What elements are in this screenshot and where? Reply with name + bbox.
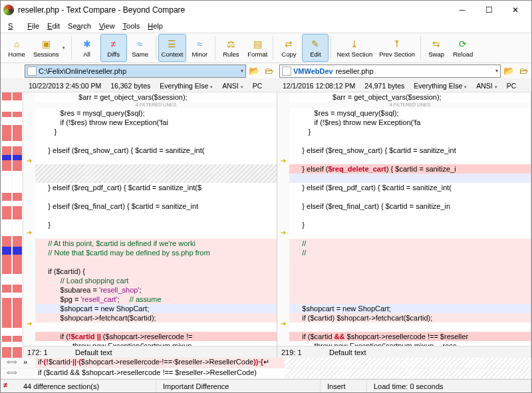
code-line[interactable]: [35, 192, 277, 201]
code-line[interactable]: [35, 174, 277, 183]
code-line[interactable]: throw new Exception('cartnum mixup: [35, 341, 277, 346]
code-line[interactable]: if ($cartid) {: [35, 267, 277, 276]
code-line[interactable]: $shopcart = new ShopCart;: [289, 304, 531, 313]
right-encoding[interactable]: Everything Else ▾: [414, 82, 467, 90]
code-line[interactable]: //: [289, 248, 531, 257]
code-line[interactable]: // At this point, $cartid is defined if …: [35, 239, 277, 248]
reload-button[interactable]: ⟳Reload: [450, 34, 476, 62]
code-line[interactable]: [289, 276, 531, 285]
menu-help[interactable]: Help: [144, 21, 166, 31]
code-line[interactable]: [35, 136, 277, 146]
left-browse-button[interactable]: 🗁: [262, 65, 275, 78]
code-line[interactable]: throw new Exception('cartnum mixup -- re…: [289, 341, 531, 346]
code-line[interactable]: // Note that $cartid may be defined by s…: [35, 248, 277, 257]
merge-line-1[interactable]: if·(!$cartid·||·($shopcart->resellercode…: [35, 358, 285, 368]
code-line[interactable]: [289, 295, 531, 304]
merge-line-2[interactable]: if ($cartid && $shopcart->resellercode !…: [35, 368, 285, 378]
code-line[interactable]: [289, 136, 531, 146]
code-line[interactable]: [35, 229, 277, 239]
right-code[interactable]: $arr = get_object_vars($session);4 FILTE…: [289, 92, 531, 346]
prev-section-button[interactable]: ⤒Prev Section: [376, 34, 418, 62]
format-button[interactable]: ▤Format: [244, 34, 271, 62]
code-line[interactable]: if ($cartid) $shopcart->fetchcart($carti…: [289, 313, 531, 323]
rules-button[interactable]: ⚖Rules: [217, 34, 244, 62]
left-open-button[interactable]: 📂: [247, 65, 261, 78]
left-encoding[interactable]: Everything Else ▾: [160, 82, 213, 90]
code-line[interactable]: [35, 211, 277, 220]
copy-button[interactable]: ⇄Copy: [275, 34, 302, 62]
swap-button[interactable]: ⇆Swap: [423, 34, 450, 62]
chevron-down-icon[interactable]: ▾: [241, 68, 243, 74]
code-line[interactable]: if (!$cartid || ($shopcart->resellercode…: [35, 332, 277, 341]
code-line[interactable]: } elseif ($req_final_cart) { $cartid = s…: [35, 201, 277, 211]
menu-tools[interactable]: Tools: [120, 21, 144, 31]
all-button[interactable]: ✱All: [74, 34, 100, 62]
left-code[interactable]: $arr = get_object_vars($session);4 FILTE…: [35, 92, 277, 346]
right-path-input[interactable]: VMWebDev reseller.php ▾: [279, 65, 501, 78]
thumbnail-rail[interactable]: [1, 92, 23, 358]
code-line[interactable]: } elseif ($req_show_cart) { $cartid = sa…: [35, 146, 277, 155]
code-line[interactable]: } elseif ($req_pdf_cart) { $cartid = san…: [35, 183, 277, 192]
code-line[interactable]: [289, 192, 531, 201]
code-line[interactable]: if (!$res) throw new Exception('fa: [289, 118, 531, 127]
code-line[interactable]: $res = mysql_query($sql);: [35, 108, 277, 118]
minimize-button[interactable]: ─: [449, 2, 475, 18]
code-line[interactable]: [35, 323, 277, 332]
left-charset[interactable]: ANSI ▾: [222, 82, 243, 90]
code-line[interactable]: [289, 229, 531, 239]
code-line[interactable]: [35, 257, 277, 267]
next-section-button[interactable]: ⤓Next Section: [333, 34, 376, 62]
context-button[interactable]: ☰Context: [158, 34, 187, 62]
code-line[interactable]: $subarea = 'resell_shop';: [35, 285, 277, 295]
code-line[interactable]: [35, 164, 277, 174]
home-button[interactable]: ⌂Home: [3, 34, 30, 62]
code-line[interactable]: [289, 285, 531, 295]
right-eol[interactable]: PC: [507, 82, 517, 90]
code-line[interactable]: } elseif ($req_show_cart) { $cartid = sa…: [289, 146, 531, 155]
code-line[interactable]: $shopcart = new ShopCart;: [35, 304, 277, 313]
left-eol[interactable]: PC: [253, 82, 263, 90]
right-charset[interactable]: ANSI ▾: [476, 82, 497, 90]
minor-button[interactable]: ≈Minor: [186, 34, 213, 62]
code-line[interactable]: [289, 211, 531, 220]
code-line[interactable]: [35, 155, 277, 164]
code-line[interactable]: [289, 257, 531, 267]
same-button[interactable]: ≈Same: [127, 34, 154, 62]
menu-search[interactable]: Search: [65, 21, 94, 31]
menu-view[interactable]: View: [96, 21, 118, 31]
code-line[interactable]: $arr = get_object_vars($session);: [289, 92, 531, 102]
code-line[interactable]: $res = mysql_query($sql);: [289, 108, 531, 118]
code-line[interactable]: $arr = get_object_vars($session);: [35, 92, 277, 102]
diffs-button[interactable]: ≠Diffs: [100, 34, 127, 62]
code-line[interactable]: [289, 174, 531, 183]
code-line[interactable]: // Load shopping cart: [35, 276, 277, 285]
code-line[interactable]: if ($cartid && $shopcart->resellercode !…: [289, 332, 531, 341]
code-line[interactable]: [289, 323, 531, 332]
menu-file[interactable]: File: [24, 21, 43, 31]
menu-edit[interactable]: Edit: [44, 21, 63, 31]
code-line[interactable]: $shopcart->fetchcart($cartid);: [35, 313, 277, 323]
sessions-dropdown[interactable]: ▾: [63, 45, 69, 51]
code-line[interactable]: if (!$res) throw new Exception('fai: [35, 118, 277, 127]
code-line[interactable]: //: [289, 239, 531, 248]
left-path-input[interactable]: C:\Felix\Online\reseller.php ▾: [25, 65, 246, 78]
sessions-button[interactable]: ▣Sessions: [30, 34, 63, 62]
right-browse-button[interactable]: 🗁: [517, 65, 530, 78]
main-toolbar: ⌂Home ▣Sessions ▾ ✱All ≠Diffs ≈Same ☰Con…: [1, 33, 531, 63]
chevron-down-icon[interactable]: ▾: [495, 68, 498, 74]
close-button[interactable]: ✕: [502, 2, 529, 18]
right-open-button[interactable]: 📂: [502, 65, 515, 78]
code-line[interactable]: $pg = 'resell_cart'; // assume: [35, 295, 277, 304]
code-line[interactable]: } elseif ($req_delete_cart) { $cartid = …: [289, 164, 531, 174]
edit-button[interactable]: ✎Edit: [302, 34, 329, 62]
code-line[interactable]: [289, 155, 531, 164]
code-line[interactable]: } elseif ($req_pdf_cart) { $cartid = san…: [289, 183, 531, 192]
maximize-button[interactable]: ☐: [475, 2, 502, 18]
code-line[interactable]: } elseif ($req_final_cart) { $cartid = s…: [289, 201, 531, 211]
code-line[interactable]: }: [289, 127, 531, 136]
code-line[interactable]: }: [35, 220, 277, 229]
menu-session[interactable]: S: [5, 21, 23, 31]
code-line[interactable]: }: [35, 127, 277, 136]
code-line[interactable]: [289, 267, 531, 276]
code-line[interactable]: }: [289, 220, 531, 229]
